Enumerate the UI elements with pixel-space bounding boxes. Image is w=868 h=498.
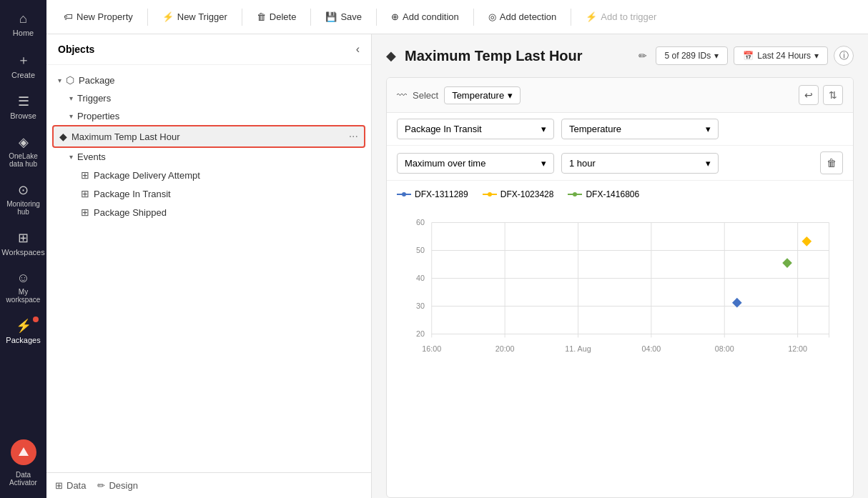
triggers-label: Triggers xyxy=(77,93,360,104)
home-icon: ⌂ xyxy=(19,11,27,26)
properties-label: Properties xyxy=(77,111,360,121)
info-icon: ⓘ xyxy=(839,49,849,62)
aggregate-dropdown[interactable]: Maximum over time ▾ xyxy=(397,153,554,174)
collapse-panel-button[interactable]: ‹ xyxy=(356,43,360,56)
delete-filter-button[interactable]: 🗑 xyxy=(820,151,843,174)
data-activator-icon xyxy=(11,439,36,465)
sidebar-item-monitoring[interactable]: ⊙ Monitoring hub xyxy=(3,176,44,221)
package-icon: ⬡ xyxy=(66,74,74,86)
sidebar-item-label: My workspace xyxy=(6,288,41,304)
shipped-label: Package Shipped xyxy=(94,207,360,218)
sidebar-item-workspaces[interactable]: ⊞ Workspaces xyxy=(3,224,44,262)
legend-item-3: DFX-1416806 xyxy=(568,189,639,199)
svg-text:04:00: 04:00 xyxy=(641,344,661,353)
my-workspace-icon: ☺ xyxy=(16,271,29,286)
sidebar-item-my-workspace[interactable]: ☺ My workspace xyxy=(3,265,44,309)
temperature-chevron-icon: ▾ xyxy=(508,90,513,101)
edit-title-button[interactable]: ✏ xyxy=(638,50,647,61)
window-dropdown[interactable]: 1 hour ▾ xyxy=(561,153,719,174)
toolbar: 🏷 New Property ⚡ New Trigger 🗑 Delete 💾 … xyxy=(46,0,868,34)
tree-item-delivery-attempt[interactable]: ⊞ Package Delivery Attempt xyxy=(46,166,371,184)
event-dropdown[interactable]: Package In Transit ▾ xyxy=(397,119,554,139)
add-to-trigger-icon: ⚡ xyxy=(586,11,597,22)
add-detection-button[interactable]: ◎ Add detection xyxy=(480,7,566,26)
tree-item-triggers[interactable]: ▾ Triggers xyxy=(46,89,371,107)
data-activator-nav[interactable]: Data Activator xyxy=(0,434,46,492)
add-condition-button[interactable]: ⊕ Add condition xyxy=(383,7,468,26)
sidebar-item-packages[interactable]: ⚡ Packages xyxy=(3,312,44,350)
svg-text:16:00: 16:00 xyxy=(422,344,441,353)
save-button[interactable]: 💾 Save xyxy=(317,7,370,26)
undo-button[interactable]: ↩ xyxy=(799,85,819,105)
delete-button[interactable]: 🗑 Delete xyxy=(248,7,305,26)
ids-dropdown-button[interactable]: 5 of 289 IDs ▾ xyxy=(656,46,729,65)
temperature-dropdown[interactable]: Temperature ▾ xyxy=(444,86,521,104)
event-icon-1: ⊞ xyxy=(81,169,89,181)
new-property-icon: 🏷 xyxy=(64,11,73,22)
sidebar-item-label: Home xyxy=(13,29,34,37)
tree-item-properties[interactable]: ▾ Properties xyxy=(46,107,371,125)
add-condition-icon: ⊕ xyxy=(391,11,399,22)
trash-icon: 🗑 xyxy=(827,157,837,169)
sidebar-item-create[interactable]: ＋ Create xyxy=(3,46,44,85)
browse-icon: ☰ xyxy=(18,94,29,109)
design-tab-label: Design xyxy=(109,480,137,491)
delete-icon: 🗑 xyxy=(257,11,266,22)
new-property-button[interactable]: 🏷 New Property xyxy=(55,7,142,26)
sidebar-item-browse[interactable]: ☰ Browse xyxy=(3,88,44,126)
legend-label-2: DFX-1023428 xyxy=(500,189,554,199)
add-to-trigger-button[interactable]: ⚡ Add to trigger xyxy=(577,7,665,26)
sidebar-item-onelake[interactable]: ◈ OneLake data hub xyxy=(3,129,44,174)
svg-text:08:00: 08:00 xyxy=(715,344,734,353)
detail-panel: ◆ Maximum Temp Last Hour ✏ 5 of 289 IDs … xyxy=(372,34,868,498)
tab-data[interactable]: ⊞ Data xyxy=(55,477,86,494)
chart-area: DFX-1311289 DFX-1023428 DFX-1416806 xyxy=(387,181,853,387)
svg-point-2 xyxy=(402,192,406,196)
window-chevron-icon: ▾ xyxy=(706,158,711,169)
event-icon-2: ⊞ xyxy=(81,188,89,199)
properties-chevron: ▾ xyxy=(69,112,73,120)
tree-item-shipped[interactable]: ⊞ Package Shipped xyxy=(46,203,371,221)
card-actions: ↩ ⇅ xyxy=(799,85,843,105)
bottom-tabs: ⊞ Data ✏ Design xyxy=(46,472,371,498)
filter-row-2: Maximum over time ▾ 1 hour ▾ 🗑 xyxy=(387,146,853,181)
tab-design[interactable]: ✏ Design xyxy=(97,477,137,494)
select-label: Select xyxy=(413,90,438,101)
property-card: 〰 Select Temperature ▾ ↩ ⇅ Package In Tr… xyxy=(386,77,854,498)
header-controls: 5 of 289 IDs ▾ 📅 Last 24 Hours ▾ ⓘ xyxy=(656,46,854,66)
new-trigger-button[interactable]: ⚡ New Trigger xyxy=(154,7,236,26)
info-button[interactable]: ⓘ xyxy=(834,46,854,66)
monitoring-icon: ⊙ xyxy=(18,182,29,198)
tree-item-max-temp[interactable]: ◆ Maximum Temp Last Hour ··· xyxy=(52,125,365,148)
in-transit-label: Package In Transit xyxy=(94,189,360,199)
ids-chevron-icon: ▾ xyxy=(714,51,719,61)
expand-button[interactable]: ⇅ xyxy=(823,85,843,105)
field-dropdown[interactable]: Temperature ▾ xyxy=(561,119,719,139)
more-options[interactable]: ··· xyxy=(349,130,358,143)
tree-item-events[interactable]: ▾ Events xyxy=(46,148,371,166)
data-activator-label: Data Activator xyxy=(3,471,44,487)
tree-item-package[interactable]: ▾ ⬡ Package xyxy=(46,71,371,89)
separator-3 xyxy=(310,9,311,26)
aggregate-value: Maximum over time xyxy=(405,158,485,169)
time-range-button[interactable]: 📅 Last 24 Hours ▾ xyxy=(734,46,828,65)
tree-item-in-transit[interactable]: ⊞ Package In Transit xyxy=(46,184,371,203)
svg-marker-0 xyxy=(19,447,29,456)
data-tab-icon: ⊞ xyxy=(55,480,63,491)
svg-text:20:00: 20:00 xyxy=(495,344,515,353)
separator-2 xyxy=(242,9,242,26)
main-area: 🏷 New Property ⚡ New Trigger 🗑 Delete 💾 … xyxy=(46,0,868,498)
svg-point-6 xyxy=(573,192,577,196)
sidebar-item-home[interactable]: ⌂ Home xyxy=(3,6,44,43)
create-icon: ＋ xyxy=(17,51,30,69)
legend-item-1: DFX-1311289 xyxy=(397,189,468,199)
events-chevron: ▾ xyxy=(69,153,73,161)
svg-text:11. Aug: 11. Aug xyxy=(565,344,591,353)
time-chevron-icon: ▾ xyxy=(814,51,819,61)
time-range-label: Last 24 Hours xyxy=(757,51,811,61)
data-point-3 xyxy=(782,258,792,268)
tree-content: ▾ ⬡ Package ▾ Triggers ▾ Properties ◆ xyxy=(46,65,371,472)
sidebar-item-label: OneLake data hub xyxy=(6,152,41,168)
packages-icon: ⚡ xyxy=(16,318,31,334)
trigger-icon: ⚡ xyxy=(162,11,174,22)
